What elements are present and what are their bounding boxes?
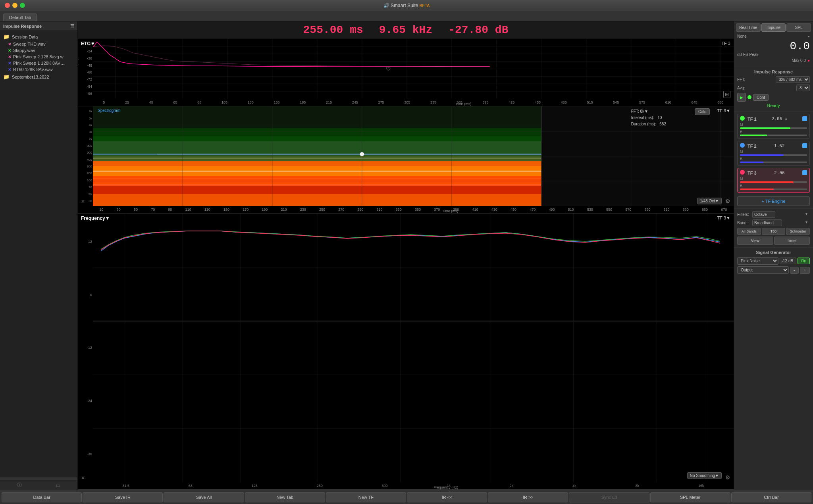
fft-label: FFT: [737, 77, 745, 82]
spl-meter-btn[interactable]: SPL Meter [650, 492, 730, 502]
default-tab[interactable]: Default Tab [3, 13, 37, 21]
freq-svg [93, 214, 734, 482]
freq-label[interactable]: Frequency▼ [81, 215, 110, 221]
tf1-fader[interactable] [740, 127, 807, 129]
fft-select[interactable]: 32k / 682 ms [776, 76, 810, 83]
time-value: 255.00 ms [303, 24, 363, 36]
tf-engines-section: TF 1 2.06 ● M R [734, 112, 813, 209]
sidebar-menu-icon[interactable]: ☰ [70, 23, 74, 29]
schroeder-btn[interactable]: Schroeder [786, 228, 810, 235]
etc-svg [93, 39, 734, 99]
y-tick: -84 [79, 85, 92, 88]
minus-btn[interactable]: - [790, 267, 799, 274]
etc-x-axis: 5254565851051301551852152452753053353653… [93, 99, 734, 106]
sidebar: Impulse Response ☰ 📁 Session Data ✕ Swee… [0, 21, 78, 490]
file-icon-2: ✕ [8, 48, 11, 53]
timer-btn[interactable]: Timer [774, 237, 810, 245]
noise-type-select[interactable]: Pink Noise [737, 257, 778, 265]
ctrl-bar-btn[interactable]: Ctrl Bar [731, 492, 811, 502]
session-folder-name: Session Data [12, 35, 38, 39]
spectro-gear-icon[interactable]: ⚙ [725, 198, 730, 204]
etc-tf-label: TF 3 [721, 41, 730, 46]
spectro-overlay-label: Spectrogram [98, 108, 120, 113]
save-ir-btn[interactable]: Save IR [83, 492, 163, 502]
spectro-calc-btn[interactable]: Calc [695, 108, 710, 115]
tf3-fader-r-fill [740, 189, 774, 190]
y-tick: -48 [79, 63, 92, 67]
spl-btn[interactable]: SPL [786, 23, 811, 32]
window-controls[interactable] [5, 3, 25, 8]
save-all-btn[interactable]: Save All [164, 492, 244, 502]
minimize-button[interactable] [12, 3, 17, 8]
spectro-x-label: Time (ms) [442, 209, 458, 213]
tf1-val: 2.06 [772, 116, 782, 121]
freq-gear-icon[interactable]: ⚙ [725, 474, 730, 481]
file-item[interactable]: ✕ RT60 128K 8AV.wav [0, 66, 77, 73]
ir-next-btn[interactable]: IR >> [488, 492, 568, 502]
no-smoothing-badge[interactable]: No Smoothing▼ [687, 472, 722, 479]
tf1-checkbox[interactable] [802, 116, 807, 121]
new-tf-btn[interactable]: New TF [326, 492, 406, 502]
on-btn[interactable]: On [798, 258, 810, 264]
t60-btn[interactable]: T60 [762, 228, 786, 235]
level-dot: ● [808, 35, 810, 38]
output-select[interactable]: Output [737, 266, 789, 274]
freq-x-label: Frequency (Hz) [433, 485, 458, 489]
sidebar-scrollbar[interactable] [0, 477, 77, 480]
svg-rect-29 [93, 194, 541, 206]
tf-row-2: TF 2 1.62 M R [737, 141, 810, 166]
new-tab-btn[interactable]: New Tab [245, 492, 325, 502]
file-item[interactable]: ✕ Pink Sweep 1 128K 8AV… [0, 60, 77, 66]
close-button[interactable] [5, 3, 10, 8]
data-bar-btn[interactable]: Data Bar [2, 492, 82, 502]
sig-gen-title: Signal Generator [737, 250, 810, 255]
add-tf-btn[interactable]: + TF Engine [737, 196, 810, 206]
freq-close-icon[interactable]: ✕ [81, 475, 85, 481]
session-folder-2-name: September13.2022 [12, 75, 49, 79]
impulse-btn[interactable]: Impulse [761, 23, 786, 32]
session-folder-2[interactable]: 📁 September13.2022 [0, 73, 77, 81]
sync-ld-btn[interactable]: Sync Ld [569, 492, 649, 502]
plus-btn[interactable]: + [800, 267, 810, 274]
tf2-name: TF 2 [747, 144, 757, 148]
broadband-select[interactable]: Broadband [752, 219, 782, 226]
tf1-fader-r[interactable] [740, 135, 807, 136]
list-icon[interactable]: ▭ [56, 483, 60, 488]
impulse-response-section: Impulse Response FFT: 32k / 682 ms Avg: … [734, 67, 813, 112]
y-tick: -96 [79, 92, 92, 96]
tf2-fader-r[interactable] [740, 162, 807, 163]
session-folder[interactable]: 📁 Session Data [0, 33, 77, 41]
info-icon[interactable]: ⓘ [17, 482, 22, 489]
folder-icon-2: 📁 [3, 74, 10, 80]
file-item[interactable]: ✕ Pink Sweep 2 128 8avg.w [0, 54, 77, 60]
cont-btn[interactable]: Cont [753, 94, 769, 101]
main-layout: Impulse Response ☰ 📁 Session Data ✕ Swee… [0, 21, 813, 490]
tf3-m-label: M [740, 177, 807, 181]
tf2-fader[interactable] [740, 154, 807, 156]
file-item[interactable]: ✕ Slappy.wav [0, 47, 77, 54]
maximize-button[interactable] [20, 3, 25, 8]
spectro-close-icon[interactable]: ✕ [81, 199, 85, 204]
view-btn[interactable]: View [737, 237, 773, 245]
tf3-checkbox[interactable] [802, 170, 807, 175]
file-name-5: RT60 128K 8AV.wav [13, 67, 53, 72]
all-bands-btn[interactable]: All Bands [737, 228, 761, 235]
y-tick: -24 [79, 49, 92, 53]
real-time-btn[interactable]: Real Time [736, 23, 761, 32]
etc-label[interactable]: ETC▼ [81, 41, 95, 46]
sidebar-header: Impulse Response ☰ [0, 21, 77, 31]
tf1-fader-r-fill [740, 135, 767, 136]
file-item[interactable]: ✕ Sweep THD.wav [0, 41, 77, 47]
ir-prev-btn[interactable]: IR << [407, 492, 487, 502]
play-btn[interactable]: ▶ [737, 93, 746, 102]
tf3-fader-r[interactable] [740, 189, 807, 190]
file-icon-3: ✕ [8, 55, 11, 59]
spectro-fraction-badge[interactable]: 1/48 Oct▼ [697, 198, 722, 204]
spectro-tf-label: TF 3▼ [717, 108, 731, 113]
avg-select[interactable]: 8 [796, 85, 810, 91]
octave-select[interactable]: Octave [752, 211, 775, 218]
tf3-fader[interactable] [740, 181, 807, 183]
tf2-fader-fill [740, 154, 784, 156]
tf2-checkbox[interactable] [802, 143, 807, 148]
max-label: Max 0.0 [792, 58, 806, 63]
